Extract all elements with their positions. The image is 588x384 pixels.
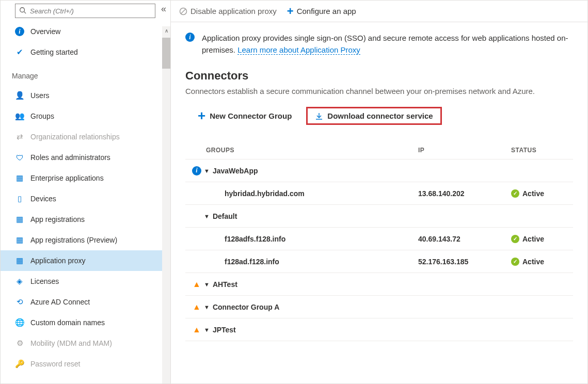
search-input[interactable] <box>15 4 155 18</box>
nav-app-registrations[interactable]: ▦App registrations <box>1 209 170 230</box>
nav-label: Password reset <box>30 360 80 368</box>
sidebar-scrollbar[interactable]: ∧ <box>162 26 170 383</box>
nav-label: Roles and administrators <box>30 153 110 162</box>
toolbar-label: Disable application proxy <box>190 7 277 15</box>
group-name: JPTest <box>213 326 236 334</box>
status-active-icon: ✓ <box>511 189 519 198</box>
svg-line-1 <box>24 12 26 14</box>
info-banner: i Application proxy provides single sign… <box>185 33 573 56</box>
main-content: Disable application proxy + Configure an… <box>171 1 587 383</box>
nav-azure-ad-connect[interactable]: ⟲Azure AD Connect <box>1 292 170 312</box>
header-ip: IP <box>418 147 511 154</box>
nav-getting-started[interactable]: ✔ Getting started <box>1 42 170 62</box>
nav-org-relationships[interactable]: ⇄Organizational relationships <box>1 126 170 147</box>
scroll-up-icon[interactable]: ∧ <box>162 26 170 35</box>
groups-icon: 👥 <box>15 111 24 121</box>
license-icon: ◈ <box>15 277 24 286</box>
nav-label: Getting started <box>30 48 78 56</box>
nav-groups[interactable]: 👥Groups <box>1 106 170 126</box>
appreg-preview-icon: ▦ <box>15 235 24 245</box>
nav-enterprise-apps[interactable]: ▦Enterprise applications <box>1 168 170 188</box>
nav-licenses[interactable]: ◈Licenses <box>1 271 170 292</box>
key-icon: 🔑 <box>15 359 24 369</box>
group-row[interactable]: ▲▼AHTest <box>185 273 573 296</box>
toolbar-label: Configure an app <box>297 7 356 15</box>
nav-custom-domains[interactable]: 🌐Custom domain names <box>1 312 170 333</box>
connector-ip: 13.68.140.202 <box>418 189 511 198</box>
proxy-icon: ▦ <box>15 256 24 265</box>
disable-icon <box>179 7 187 15</box>
configure-app-button[interactable]: + Configure an app <box>287 5 356 18</box>
caret-down-icon: ▼ <box>204 281 210 287</box>
status-active-icon: ✓ <box>511 258 519 266</box>
group-row[interactable]: ▲▼JPTest <box>185 318 573 341</box>
group-row[interactable]: i▼JavaWebApp <box>185 159 573 182</box>
header-status: STATUS <box>511 147 573 154</box>
collapse-sidebar-icon[interactable]: « <box>161 4 166 14</box>
connector-row[interactable]: hybridad.hybridad.com13.68.140.202✓Activ… <box>185 182 573 205</box>
group-name: AHTest <box>213 280 237 289</box>
nav-label: Users <box>30 91 50 100</box>
nav-label: Overview <box>30 27 60 36</box>
nav-label: Organizational relationships <box>30 133 120 141</box>
nav-label: Enterprise applications <box>30 174 104 182</box>
connector-name: hybridad.hybridad.com <box>204 189 305 198</box>
plus-icon: + <box>198 111 205 120</box>
caret-down-icon: ▼ <box>204 213 210 219</box>
group-row[interactable]: ▼Default <box>185 205 573 228</box>
nav-list: i Overview ✔ Getting started Manage 👤Use… <box>1 21 170 383</box>
info-icon: i <box>185 33 195 42</box>
status-text: Active <box>522 235 544 243</box>
nav-devices[interactable]: ▯Devices <box>1 188 170 209</box>
nav-label: Licenses <box>30 277 59 285</box>
disable-proxy-button[interactable]: Disable application proxy <box>179 7 277 15</box>
nav-roles[interactable]: 🛡Roles and administrators <box>1 147 170 168</box>
nav-users[interactable]: 👤Users <box>1 85 170 106</box>
device-icon: ▯ <box>15 194 24 203</box>
info-icon: i <box>192 166 201 175</box>
nav-label: Azure AD Connect <box>30 298 90 306</box>
caret-down-icon: ▼ <box>204 168 210 174</box>
new-connector-group-button[interactable]: + New Connector Group <box>190 107 299 125</box>
download-connector-button[interactable]: Download connector service <box>306 107 441 125</box>
group-name: Default <box>213 212 237 220</box>
caret-down-icon: ▼ <box>204 327 210 333</box>
scrollbar-thumb[interactable] <box>162 38 170 69</box>
group-row[interactable]: ▲▼Connector Group A <box>185 296 573 318</box>
roles-icon: 🛡 <box>15 153 24 162</box>
nav-label: Devices <box>30 195 56 203</box>
connector-row[interactable]: f128adfs.f128.info40.69.143.72✓Active <box>185 228 573 250</box>
warning-icon: ▲ <box>193 302 201 312</box>
warning-icon: ▲ <box>193 325 201 334</box>
nav-label: Custom domain names <box>30 318 105 327</box>
connector-row[interactable]: f128ad.f128.info52.176.163.185✓Active <box>185 250 573 273</box>
mobility-icon: ⚙ <box>15 339 24 348</box>
status-text: Active <box>522 189 544 198</box>
user-icon: 👤 <box>15 91 24 100</box>
nav-mobility[interactable]: ⚙Mobility (MDM and MAM) <box>1 333 170 354</box>
download-icon <box>315 112 323 120</box>
nav-label: Application proxy <box>30 257 86 265</box>
connector-ip: 40.69.143.72 <box>418 235 511 243</box>
search-icon <box>19 7 26 14</box>
caret-down-icon: ▼ <box>204 304 210 310</box>
nav-app-registrations-preview[interactable]: ▦App registrations (Preview) <box>1 230 170 250</box>
appreg-icon: ▦ <box>15 215 24 224</box>
nav-application-proxy[interactable]: ▦Application proxy <box>1 250 170 271</box>
warning-icon: ▲ <box>193 280 201 289</box>
nav-label: App registrations <box>30 215 85 223</box>
section-title: Connectors <box>185 69 573 83</box>
info-icon: i <box>15 27 24 36</box>
svg-point-0 <box>20 8 25 12</box>
nav-overview[interactable]: i Overview <box>1 21 170 42</box>
table-header: GROUPS IP STATUS <box>185 141 573 159</box>
nav-password-reset[interactable]: 🔑Password reset <box>1 354 170 374</box>
group-name: JavaWebApp <box>213 167 258 175</box>
nav-label: Groups <box>30 112 54 120</box>
svg-line-3 <box>181 9 186 13</box>
org-icon: ⇄ <box>15 132 24 141</box>
group-name: Connector Group A <box>213 303 279 311</box>
learn-more-link[interactable]: Learn more about Application Proxy <box>237 45 360 55</box>
connector-name: f128ad.f128.info <box>204 258 279 266</box>
connect-icon: ⟲ <box>15 297 24 307</box>
